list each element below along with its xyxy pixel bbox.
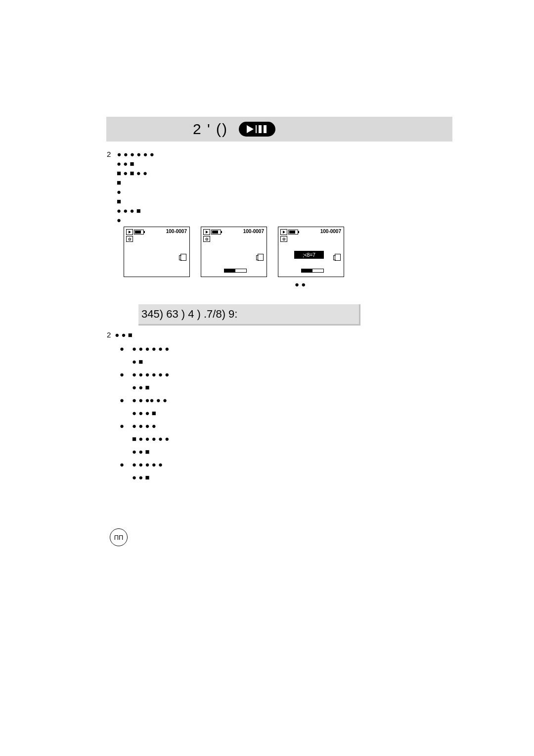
- section-header-2: 345) 63 ) 4 ) .7/8) 9:: [138, 304, 360, 326]
- lcd-panel-3: 100-0007 ✿ ;<8=7: [278, 227, 344, 277]
- card-door-icon: [258, 254, 264, 261]
- pause-banner: ;<8=7: [294, 251, 324, 259]
- panel-caption: ● ●: [295, 280, 306, 288]
- lcd-panel-1: 100-0007 ✿: [124, 227, 190, 277]
- card-door-icon: [180, 254, 186, 261]
- play-pause-icon: [239, 122, 275, 137]
- macro-icon: ✿: [126, 236, 133, 242]
- section-header-1-text: 2 ' (): [193, 121, 228, 138]
- section-header-1: 2 ' (): [106, 117, 452, 142]
- battery-icon: [288, 230, 298, 235]
- progress-bar: [301, 269, 324, 273]
- card-door-icon: [335, 254, 341, 261]
- body-text-1: 2 ● ● ● ● ● ● ● ● ■ ■ ● ■ ● ● ■ ● ■ ● ● …: [107, 149, 154, 225]
- svg-marker-0: [247, 125, 254, 133]
- battery-icon: [134, 230, 144, 235]
- image-number: 100-0007: [243, 229, 264, 234]
- svg-rect-3: [264, 125, 267, 133]
- play-indicator-icon: [203, 229, 210, 235]
- progress-bar: [224, 269, 247, 273]
- image-number: 100-0007: [166, 229, 187, 234]
- svg-rect-2: [259, 125, 262, 133]
- image-number: 100-0007: [320, 229, 341, 234]
- macro-icon: ✿: [203, 236, 210, 242]
- svg-rect-1: [256, 125, 257, 133]
- macro-icon: ✿: [280, 236, 287, 242]
- lcd-panels: 100-0007 ✿ 100-0007 ✿ 100-0007 ✿ ;<8=7: [124, 227, 344, 277]
- play-indicator-icon: [280, 229, 287, 235]
- battery-icon: [211, 230, 221, 235]
- definition-table: ● ● ● ● ● ● ● ● ■ ● ● ● ● ● ● ● ● ● ■ ● …: [117, 342, 172, 484]
- page-number: ПП: [110, 528, 128, 546]
- body-text-2: 2● ● ■ ● ● ● ● ● ● ● ● ■ ● ● ● ● ● ● ● ●…: [107, 330, 172, 484]
- lcd-panel-2: 100-0007 ✿: [201, 227, 267, 277]
- section-header-2-text: 345) 63 ) 4 ) .7/8) 9:: [138, 304, 360, 326]
- play-indicator-icon: [126, 229, 133, 235]
